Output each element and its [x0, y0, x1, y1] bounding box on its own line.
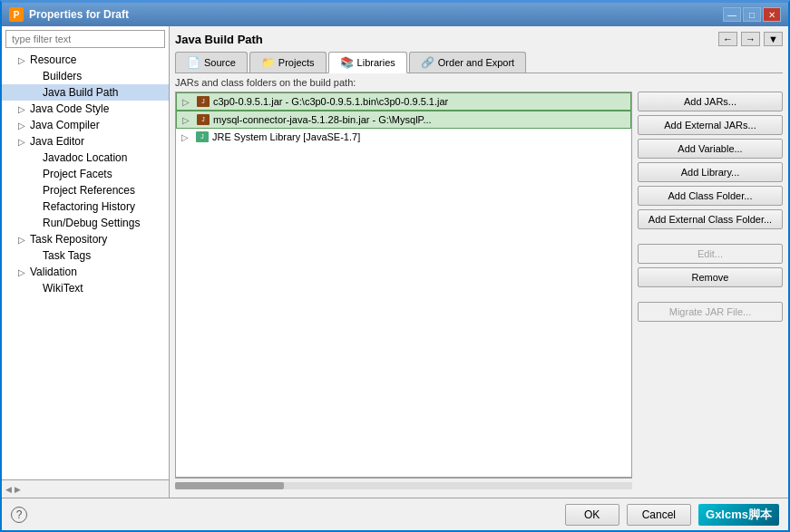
button-spacer-2 — [638, 291, 783, 298]
main-window: P Properties for Draft — □ ✕ ▷ Resource … — [0, 0, 790, 532]
title-buttons: — □ ✕ — [723, 7, 781, 22]
minimize-button[interactable]: — — [723, 7, 741, 22]
scrollbar-thumb[interactable] — [175, 482, 284, 489]
jar-icon: J — [197, 96, 210, 107]
right-panel: Java Build Path ← → ▼ 📄 Source 📁 Project… — [170, 26, 788, 498]
tabs-container: 📄 Source 📁 Projects 📚 Libraries 🔗 Order … — [175, 52, 783, 73]
lib-arrow: ▷ — [182, 97, 193, 107]
panel-title-bar: Java Build Path ← → ▼ — [175, 32, 783, 46]
sidebar-item-label: Java Compiler — [30, 119, 100, 131]
scrollbar-track — [175, 482, 632, 489]
tree-arrow: ▷ — [18, 235, 27, 245]
sidebar-item-label: Project References — [43, 184, 135, 197]
horizontal-scrollbar[interactable] — [175, 478, 632, 492]
sidebar-item-label: Resource — [30, 53, 76, 66]
sidebar-item-label: Project Facets — [43, 168, 112, 180]
sidebar-item-java-editor[interactable]: ▷ Java Editor — [2, 133, 169, 150]
maximize-button[interactable]: □ — [743, 7, 761, 22]
add-class-folder-button[interactable]: Add Class Folder... — [638, 186, 783, 206]
tree-arrow: ▷ — [18, 267, 27, 277]
sidebar-item-run-debug[interactable]: Run/Debug Settings — [2, 215, 169, 231]
title-bar: P Properties for Draft — □ ✕ — [2, 3, 788, 26]
tree-arrow: ▷ — [18, 121, 27, 131]
tree-container-inner: ▷ J c3p0-0.9.5.1.jar - G:\c3p0-0.9.5.1.b… — [176, 92, 631, 145]
remove-button[interactable]: Remove — [638, 267, 783, 287]
bottom-right: OK Cancel Gxlcms脚本 — [565, 504, 779, 526]
library-item-c3p0[interactable]: ▷ J c3p0-0.9.5.1.jar - G:\c3p0-0.9.5.1.b… — [176, 92, 631, 111]
add-library-button[interactable]: Add Library... — [638, 162, 783, 182]
sidebar-item-project-references[interactable]: Project References — [2, 182, 169, 198]
sidebar-item-project-facets[interactable]: Project Facets — [2, 166, 169, 182]
sidebar-item-label: Javadoc Location — [43, 151, 127, 164]
sidebar-item-task-repository[interactable]: ▷ Task Repository — [2, 231, 169, 247]
tab-source[interactable]: 📄 Source — [175, 52, 248, 73]
panel-nav: ← → ▼ — [718, 32, 783, 46]
lib-arrow: ▷ — [182, 115, 193, 125]
filter-input[interactable] — [5, 30, 165, 48]
libraries-tree[interactable]: ▷ J c3p0-0.9.5.1.jar - G:\c3p0-0.9.5.1.b… — [175, 92, 632, 478]
add-variable-button[interactable]: Add Variable... — [638, 139, 783, 159]
help-button[interactable]: ? — [11, 507, 27, 523]
lib-text-c3p0: c3p0-0.9.5.1.jar - G:\c3p0-0.9.5.1.bin\c… — [213, 96, 448, 107]
sidebar-item-label: Run/Debug Settings — [43, 217, 140, 229]
sidebar-item-label: Refactoring History — [43, 200, 135, 213]
library-item-jre[interactable]: ▷ J JRE System Library [JavaSE-1.7] — [176, 129, 631, 145]
bottom-bar: ? OK Cancel Gxlcms脚本 — [2, 498, 788, 530]
sidebar: ▷ Resource Builders Java Build Path ▷ Ja… — [2, 26, 170, 498]
lib-arrow: ▷ — [181, 132, 192, 142]
jre-icon: J — [196, 131, 209, 142]
sidebar-bottom: ◀ ▶ — [2, 479, 169, 498]
add-external-jars-button[interactable]: Add External JARs... — [638, 115, 783, 135]
lib-text-jre: JRE System Library [JavaSE-1.7] — [212, 131, 360, 142]
edit-button[interactable]: Edit... — [638, 244, 783, 264]
action-buttons: Add JARs... Add External JARs... Add Var… — [638, 92, 783, 492]
sidebar-item-java-compiler[interactable]: ▷ Java Compiler — [2, 117, 169, 133]
tab-order-export[interactable]: 🔗 Order and Export — [409, 52, 526, 73]
close-button[interactable]: ✕ — [763, 7, 781, 22]
sidebar-item-validation[interactable]: ▷ Validation — [2, 264, 169, 280]
nav-dropdown-button[interactable]: ▼ — [764, 32, 783, 46]
sidebar-item-label: Task Repository — [30, 233, 107, 246]
lib-text-mysql: mysql-connector-java-5.1.28-bin.jar - G:… — [213, 114, 432, 125]
sidebar-item-label: Builders — [43, 70, 82, 82]
nav-back-button[interactable]: ← — [718, 32, 737, 46]
sidebar-item-label: Java Build Path — [43, 86, 118, 99]
add-external-class-folder-button[interactable]: Add External Class Folder... — [638, 209, 783, 229]
tree-arrow: ▷ — [18, 137, 27, 147]
sidebar-item-label: Validation — [30, 266, 77, 278]
cancel-button[interactable]: Cancel — [627, 504, 691, 526]
migrate-jar-button[interactable]: Migrate JAR File... — [638, 302, 783, 322]
panel-title: Java Build Path — [175, 33, 263, 46]
sidebar-item-java-code-style[interactable]: ▷ Java Code Style — [2, 101, 169, 117]
tab-order-export-label: Order and Export — [438, 57, 514, 68]
nav-forward-button[interactable]: → — [741, 32, 760, 46]
libraries-tab-icon: 📚 — [340, 56, 354, 69]
window-icon: P — [9, 7, 24, 22]
sidebar-item-task-tags[interactable]: Task Tags — [2, 247, 169, 264]
sidebar-item-label: Java Code Style — [30, 102, 109, 115]
ok-button[interactable]: OK — [565, 504, 619, 526]
sidebar-item-java-build-path[interactable]: Java Build Path — [2, 84, 169, 101]
scroll-indicator: ◀ ▶ — [5, 485, 21, 494]
order-export-tab-icon: 🔗 — [421, 56, 434, 69]
tree-arrow: ▷ — [18, 104, 27, 114]
tab-projects-label: Projects — [278, 57, 315, 68]
main-content: ▷ Resource Builders Java Build Path ▷ Ja… — [2, 26, 788, 498]
sidebar-item-wikitext[interactable]: WikiText — [2, 280, 169, 296]
sidebar-item-javadoc[interactable]: Javadoc Location — [2, 150, 169, 166]
tab-libraries-label: Libraries — [357, 57, 395, 68]
tab-projects[interactable]: 📁 Projects — [249, 52, 327, 73]
tab-libraries[interactable]: 📚 Libraries — [328, 52, 407, 73]
title-bar-left: P Properties for Draft — [9, 7, 129, 22]
sidebar-item-label: WikiText — [43, 282, 83, 295]
tab-source-label: Source — [204, 57, 236, 68]
sidebar-item-refactoring[interactable]: Refactoring History — [2, 198, 169, 215]
button-spacer — [638, 233, 783, 240]
library-item-mysql[interactable]: ▷ J mysql-connector-java-5.1.28-bin.jar … — [176, 111, 631, 129]
watermark: Gxlcms脚本 — [698, 504, 779, 526]
sidebar-item-builders[interactable]: Builders — [2, 68, 169, 84]
projects-tab-icon: 📁 — [261, 56, 275, 69]
description-text: JARs and class folders on the build path… — [175, 77, 783, 88]
add-jars-button[interactable]: Add JARs... — [638, 92, 783, 111]
sidebar-item-resource[interactable]: ▷ Resource — [2, 52, 169, 68]
